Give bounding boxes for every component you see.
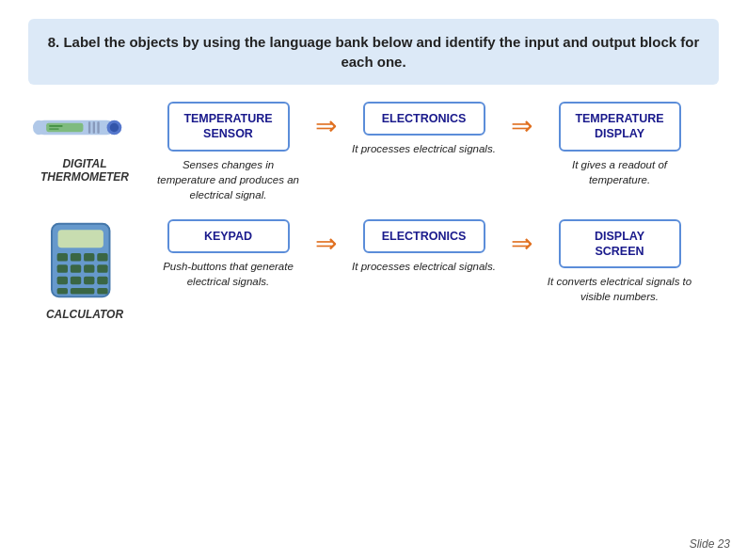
temp-sensor-box: TEMPERATURESENSOR (167, 102, 290, 152)
svg-rect-23 (84, 276, 94, 284)
svg-rect-6 (88, 121, 90, 134)
svg-rect-19 (84, 264, 94, 273)
arrow3: ⇒ (315, 219, 337, 257)
svg-rect-22 (71, 276, 81, 284)
calculator-flow-chain: KEYPAD Push-buttons that generate electr… (141, 219, 719, 305)
svg-rect-13 (57, 253, 68, 262)
svg-rect-25 (57, 288, 68, 295)
thermometer-flow-chain: TEMPERATURESENSOR Senses changes in temp… (141, 102, 719, 202)
svg-rect-15 (84, 253, 94, 262)
flow-block-temp-sensor: TEMPERATURESENSOR Senses changes in temp… (141, 102, 315, 202)
display-screen-desc: It converts electrical signals to visibl… (545, 274, 695, 304)
arrow1: ⇒ (315, 102, 337, 139)
electronics2-desc: It processes electrical signals. (352, 259, 496, 274)
svg-rect-14 (71, 253, 81, 262)
svg-rect-26 (71, 288, 95, 295)
slide: 8. Label the objects by using the langua… (0, 0, 747, 560)
svg-rect-20 (97, 264, 107, 273)
svg-rect-18 (71, 264, 81, 273)
svg-rect-7 (93, 121, 95, 134)
calculator-device: CALCULATOR (28, 219, 141, 321)
instruction-text: Label the objects by using the language … (63, 34, 699, 70)
svg-rect-21 (57, 276, 68, 284)
svg-point-5 (110, 123, 119, 132)
svg-rect-8 (97, 121, 99, 134)
flow-block-electronics1: ELECTRONICS It processes electrical sign… (337, 102, 511, 156)
thermometer-icon (33, 102, 136, 153)
electronics1-desc: It processes electrical signals. (352, 141, 496, 156)
arrow2: ⇒ (511, 102, 532, 139)
thermometer-device: DIGITAL THERMOMETER (28, 102, 141, 184)
temp-sensor-desc: Senses changes in temperature and produc… (153, 157, 304, 202)
svg-point-9 (33, 120, 45, 136)
calculator-label: CALCULATOR (46, 308, 123, 321)
instruction-number: 8. (48, 34, 60, 50)
flow-block-keypad: KEYPAD Push-buttons that generate electr… (141, 219, 315, 289)
temp-display-desc: It gives a readout of temperature. (545, 157, 695, 187)
electronics2-box: ELECTRONICS (363, 219, 485, 253)
display-screen-box: DISPLAYSCREEN (559, 219, 681, 269)
arrow4: ⇒ (511, 219, 532, 257)
svg-rect-27 (97, 288, 107, 295)
row-calculator: CALCULATOR KEYPAD Push-buttons that gene… (28, 219, 719, 321)
keypad-desc: Push-buttons that generate electrical si… (153, 259, 304, 289)
slide-number: Slide 23 (690, 537, 730, 551)
instruction-box: 8. Label the objects by using the langua… (28, 19, 719, 85)
electronics1-box: ELECTRONICS (363, 102, 485, 136)
svg-rect-1 (46, 123, 83, 132)
svg-rect-16 (97, 253, 107, 262)
thermometer-label: DIGITAL THERMOMETER (40, 157, 129, 184)
keypad-box: KEYPAD (167, 219, 290, 253)
flow-block-electronics2: ELECTRONICS It processes electrical sign… (337, 219, 511, 274)
svg-rect-12 (58, 230, 103, 248)
svg-rect-24 (97, 276, 107, 284)
svg-rect-17 (57, 264, 68, 273)
row-thermometer: DIGITAL THERMOMETER TEMPERATURESENSOR Se… (28, 102, 719, 202)
calculator-icon (42, 219, 127, 304)
temp-display-box: TEMPERATUREDISPLAY (559, 102, 681, 152)
flow-block-temp-display: TEMPERATUREDISPLAY It gives a readout of… (532, 102, 707, 187)
flow-block-display-screen: DISPLAYSCREEN It converts electrical sig… (532, 219, 707, 305)
